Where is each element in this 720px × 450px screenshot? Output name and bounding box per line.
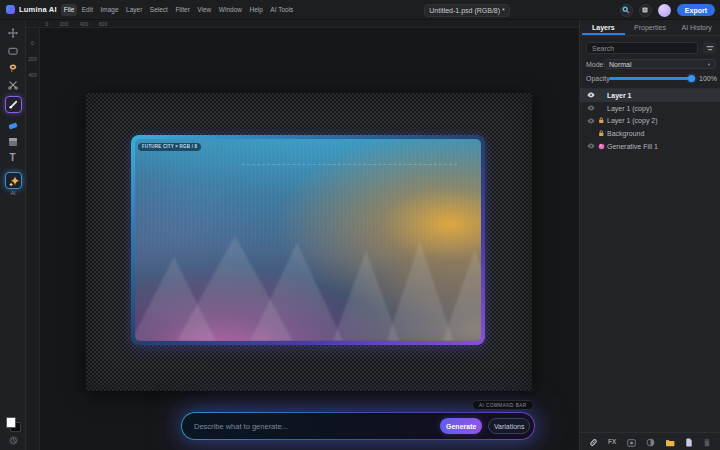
adjustment-button[interactable] [646, 433, 655, 450]
tool-sidebar: T AI [0, 20, 26, 450]
menu-item-image[interactable]: Image [97, 4, 121, 16]
move-icon [7, 28, 18, 39]
ruler-h-label: 0 [46, 21, 49, 27]
artwork-tag: FUTURE CITY × RGB / 8 [138, 143, 201, 152]
layer-filter-button[interactable] [703, 42, 716, 54]
filter-icon [706, 45, 714, 52]
document-title[interactable]: Untitled-1.psd (RGB/8) * [424, 4, 510, 17]
text-tool-button[interactable]: T [9, 152, 15, 163]
visibility-eye-icon[interactable] [586, 118, 595, 124]
new-layer-button[interactable] [685, 433, 693, 450]
lock-icon [596, 117, 606, 124]
visibility-eye-icon[interactable] [586, 92, 595, 98]
ai-command-bar-label: AI COMMAND BAR [472, 400, 534, 410]
search-button[interactable] [620, 4, 633, 17]
scissors-tool-button[interactable] [7, 80, 18, 91]
panel-tab-bar: Layers Properties AI History [580, 20, 720, 36]
artwork-image[interactable]: FUTURE CITY × RGB / 8 [135, 139, 481, 341]
ai-sparkle-icon [8, 175, 20, 187]
visibility-eye-icon[interactable] [586, 143, 595, 149]
foreground-color-swatch[interactable] [6, 417, 16, 428]
menu-item-view[interactable]: View [194, 4, 214, 16]
document-canvas[interactable]: FUTURE CITY × RGB / 8 [86, 93, 532, 391]
layer-effects-button[interactable]: FX [608, 438, 616, 445]
lasso-icon [7, 63, 18, 74]
eye-icon [587, 92, 595, 98]
lock-icon [596, 130, 606, 137]
tab-properties[interactable]: Properties [627, 20, 674, 35]
link-icon [589, 438, 598, 447]
menu-bar: Lumina AI File Edit Image Layer Select F… [0, 0, 720, 20]
layer-search-input[interactable]: Search [586, 42, 698, 54]
menu-item-ai-tools[interactable]: AI Tools [267, 4, 296, 16]
move-tool-button[interactable] [7, 28, 18, 39]
delete-layer-button[interactable] [703, 433, 711, 450]
layer-list: Layer 1 Layer 1 (copy) Layer 1 (copy 2) … [580, 88, 720, 432]
layers-controls: Search Mode Normal ▼ Opacity 100% [580, 36, 720, 88]
generate-button[interactable]: Generate [440, 418, 482, 434]
visibility-eye-icon[interactable] [586, 105, 595, 111]
link-layers-button[interactable] [589, 433, 598, 450]
layer-row-layer-1-copy-2[interactable]: Layer 1 (copy 2) [580, 114, 720, 127]
layer-name: Background [607, 130, 644, 137]
eraser-tool-button[interactable] [7, 121, 18, 131]
menu-item-window[interactable]: Window [216, 4, 245, 16]
command-bar-surface: Describe what to generate... Generate Va… [182, 413, 534, 439]
tab-layers[interactable]: Layers [580, 20, 627, 35]
history-button[interactable] [9, 436, 18, 445]
eye-icon [587, 143, 595, 149]
opacity-slider[interactable] [609, 75, 695, 82]
layer-name: Generative Fill 1 [607, 143, 658, 150]
grid-icon [641, 6, 649, 14]
new-group-button[interactable] [665, 433, 675, 450]
app-logo [6, 5, 15, 14]
layer-name: Layer 1 (copy 2) [607, 117, 658, 124]
opacity-label: Opacity [586, 75, 609, 82]
artwork-scanlines [135, 139, 481, 341]
ai-tool-button[interactable] [5, 172, 22, 189]
command-input[interactable]: Describe what to generate... [194, 422, 440, 431]
clock-icon [10, 436, 17, 445]
menu-item-select[interactable]: Select [147, 4, 171, 16]
opacity-track [609, 77, 695, 80]
header-actions: Export [620, 0, 715, 20]
opacity-row: Opacity 100% [586, 75, 716, 82]
layer-row-layer-1-copy[interactable]: Layer 1 (copy) [580, 102, 720, 115]
color-swatches[interactable] [6, 417, 22, 433]
layer-row-layer-1[interactable]: Layer 1 [580, 89, 720, 102]
blend-mode-row: Mode Normal ▼ [586, 59, 716, 69]
variations-button[interactable]: Variations [488, 418, 530, 434]
layers-bottom-bar: FX [580, 432, 720, 450]
ruler-v-label: 400 [26, 72, 39, 78]
lasso-tool-button[interactable] [7, 63, 18, 74]
menu-item-edit[interactable]: Edit [79, 4, 96, 16]
pink-dot-icon [598, 143, 605, 150]
export-button[interactable]: Export [677, 4, 715, 16]
menu-item-layer[interactable]: Layer [123, 4, 145, 16]
menu-item-file[interactable]: File [61, 4, 77, 16]
adjustment-icon [646, 438, 655, 447]
grid-button[interactable] [639, 4, 652, 17]
menu-item-filter[interactable]: Filter [172, 4, 192, 16]
padlock-icon [598, 117, 605, 124]
layer-name: Layer 1 (copy) [607, 105, 652, 112]
opacity-value: 100% [699, 75, 716, 82]
layer-row-background[interactable]: Background [580, 127, 720, 140]
ai-tool-label: AI [0, 190, 26, 196]
opacity-handle[interactable] [688, 75, 695, 82]
generative-fill-dot [596, 143, 606, 150]
scissors-icon [7, 80, 18, 91]
gradient-icon [8, 137, 18, 147]
layer-row-generative-fill-1[interactable]: Generative Fill 1 [580, 140, 720, 153]
gradient-tool-button[interactable] [8, 137, 18, 147]
tab-ai-history[interactable]: AI History [673, 20, 720, 35]
blend-mode-select[interactable]: Normal ▼ [604, 59, 716, 69]
brush-tool-button[interactable] [5, 96, 22, 113]
ai-command-bar: Describe what to generate... Generate Va… [181, 412, 535, 440]
marquee-tool-button[interactable] [7, 47, 18, 56]
menu-item-help[interactable]: Help [246, 4, 265, 16]
user-avatar[interactable] [658, 4, 671, 17]
add-mask-button[interactable] [627, 433, 636, 450]
brush-icon [8, 99, 19, 110]
search-icon [622, 6, 630, 14]
